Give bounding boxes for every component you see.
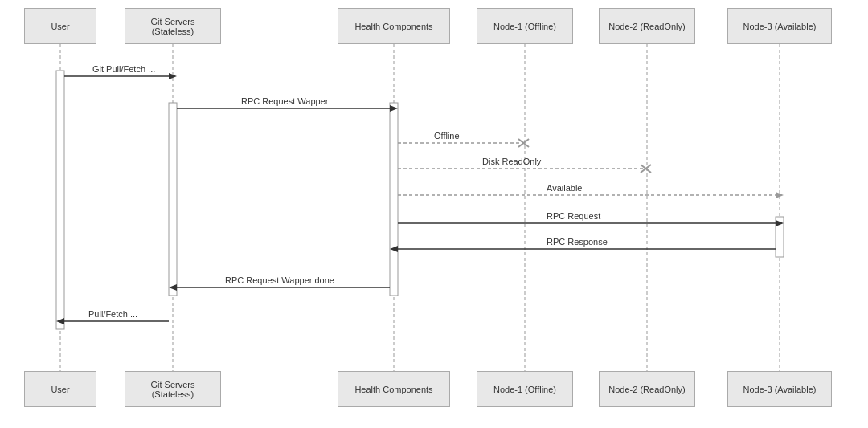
svg-rect-8 bbox=[390, 103, 398, 296]
svg-rect-6 bbox=[56, 71, 64, 329]
svg-text:Disk ReadOnly: Disk ReadOnly bbox=[482, 157, 542, 166]
diagram-svg: Git Pull/Fetch ... RPC Request Wapper Of… bbox=[0, 0, 868, 428]
svg-text:Pull/Fetch ...: Pull/Fetch ... bbox=[88, 309, 137, 319]
svg-text:Available: Available bbox=[547, 183, 582, 193]
svg-text:RPC Request Wapper done: RPC Request Wapper done bbox=[225, 275, 334, 285]
svg-text:Offline: Offline bbox=[434, 131, 460, 141]
svg-text:Git Pull/Fetch ...: Git Pull/Fetch ... bbox=[92, 64, 155, 74]
svg-text:RPC Response: RPC Response bbox=[547, 237, 608, 247]
svg-rect-7 bbox=[169, 103, 177, 296]
sequence-diagram: User Git Servers (Stateless) Health Comp… bbox=[0, 0, 868, 428]
svg-text:RPC Request Wapper: RPC Request Wapper bbox=[241, 96, 329, 106]
svg-text:RPC Request: RPC Request bbox=[547, 211, 600, 221]
